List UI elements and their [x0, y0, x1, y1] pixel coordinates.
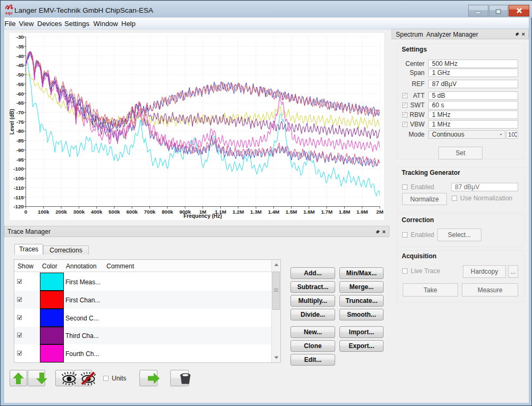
svg-text:1.6M: 1.6M — [303, 209, 315, 215]
svg-text:1.7M: 1.7M — [321, 209, 332, 215]
svg-text:1.5M: 1.5M — [286, 209, 297, 215]
svg-text:300k: 300k — [73, 209, 85, 215]
svg-text:-100: -100 — [13, 166, 23, 172]
svg-text:xqc: xqc — [5, 11, 13, 15]
svg-text:1.8M: 1.8M — [339, 209, 351, 215]
svg-text:0: 0 — [24, 209, 27, 215]
svg-text:200k: 200k — [55, 209, 67, 215]
svg-text:-105: -105 — [13, 175, 24, 181]
svg-text:800k: 800k — [162, 209, 173, 215]
svg-text:1.4M: 1.4M — [268, 209, 280, 215]
svg-text:2M: 2M — [376, 209, 383, 215]
svg-text:-65: -65 — [16, 100, 24, 106]
svg-text:-60: -60 — [16, 91, 24, 97]
svg-text:400k: 400k — [91, 209, 103, 215]
svg-text:500k: 500k — [109, 209, 120, 215]
svg-text:-95: -95 — [16, 157, 24, 163]
svg-text:1.2M: 1.2M — [232, 209, 244, 215]
svg-text:-40: -40 — [16, 53, 24, 59]
svg-text:100k: 100k — [38, 209, 49, 215]
svg-text:-120: -120 — [13, 204, 23, 209]
svg-text:-90: -90 — [16, 147, 24, 153]
svg-text:Frequency (Hz): Frequency (Hz) — [184, 213, 222, 219]
svg-text:600k: 600k — [126, 209, 138, 215]
svg-text:1.9M: 1.9M — [356, 209, 368, 215]
svg-text:-45: -45 — [16, 62, 24, 68]
svg-text:1.3M: 1.3M — [250, 209, 262, 215]
svg-text:-110: -110 — [14, 185, 24, 191]
svg-text:700k: 700k — [144, 209, 156, 215]
svg-text:-70: -70 — [16, 109, 24, 115]
svg-text:-30: -30 — [16, 34, 24, 40]
svg-text:Level (dB): Level (dB) — [10, 109, 15, 134]
svg-text:-35: -35 — [16, 44, 24, 49]
svg-text:-50: -50 — [16, 72, 24, 78]
svg-text:-80: -80 — [16, 128, 24, 134]
svg-text:-115: -115 — [14, 194, 24, 200]
svg-text:-55: -55 — [16, 81, 24, 87]
svg-text:-75: -75 — [16, 119, 24, 125]
svg-text:-85: -85 — [16, 138, 24, 143]
